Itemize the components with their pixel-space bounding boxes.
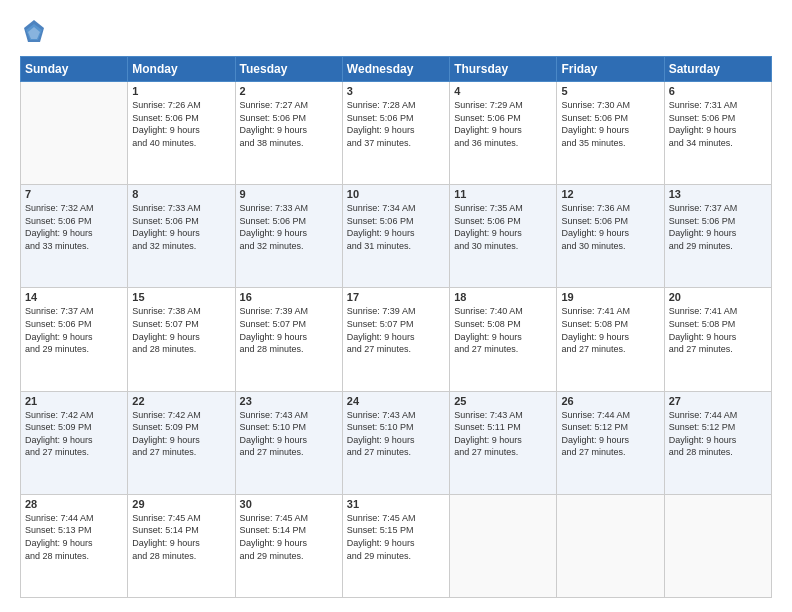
calendar-day-cell: 3Sunrise: 7:28 AM Sunset: 5:06 PM Daylig… <box>342 82 449 185</box>
calendar-day-cell: 16Sunrise: 7:39 AM Sunset: 5:07 PM Dayli… <box>235 288 342 391</box>
calendar-day-cell <box>664 494 771 597</box>
day-info: Sunrise: 7:33 AM Sunset: 5:06 PM Dayligh… <box>132 202 230 252</box>
day-info: Sunrise: 7:44 AM Sunset: 5:12 PM Dayligh… <box>669 409 767 459</box>
calendar-day-cell: 21Sunrise: 7:42 AM Sunset: 5:09 PM Dayli… <box>21 391 128 494</box>
day-number: 3 <box>347 85 445 97</box>
day-number: 10 <box>347 188 445 200</box>
calendar-col-header: Saturday <box>664 57 771 82</box>
logo-icon <box>20 18 48 46</box>
day-info: Sunrise: 7:37 AM Sunset: 5:06 PM Dayligh… <box>669 202 767 252</box>
calendar-day-cell: 25Sunrise: 7:43 AM Sunset: 5:11 PM Dayli… <box>450 391 557 494</box>
day-info: Sunrise: 7:45 AM Sunset: 5:14 PM Dayligh… <box>132 512 230 562</box>
day-number: 18 <box>454 291 552 303</box>
calendar-day-cell <box>557 494 664 597</box>
calendar-col-header: Wednesday <box>342 57 449 82</box>
day-number: 15 <box>132 291 230 303</box>
day-number: 21 <box>25 395 123 407</box>
day-info: Sunrise: 7:45 AM Sunset: 5:14 PM Dayligh… <box>240 512 338 562</box>
day-info: Sunrise: 7:30 AM Sunset: 5:06 PM Dayligh… <box>561 99 659 149</box>
calendar-day-cell: 26Sunrise: 7:44 AM Sunset: 5:12 PM Dayli… <box>557 391 664 494</box>
day-number: 29 <box>132 498 230 510</box>
day-info: Sunrise: 7:28 AM Sunset: 5:06 PM Dayligh… <box>347 99 445 149</box>
day-number: 31 <box>347 498 445 510</box>
day-number: 22 <box>132 395 230 407</box>
calendar-day-cell: 4Sunrise: 7:29 AM Sunset: 5:06 PM Daylig… <box>450 82 557 185</box>
calendar-day-cell: 6Sunrise: 7:31 AM Sunset: 5:06 PM Daylig… <box>664 82 771 185</box>
day-number: 28 <box>25 498 123 510</box>
calendar-day-cell: 10Sunrise: 7:34 AM Sunset: 5:06 PM Dayli… <box>342 185 449 288</box>
day-number: 6 <box>669 85 767 97</box>
day-info: Sunrise: 7:42 AM Sunset: 5:09 PM Dayligh… <box>132 409 230 459</box>
day-number: 17 <box>347 291 445 303</box>
day-info: Sunrise: 7:36 AM Sunset: 5:06 PM Dayligh… <box>561 202 659 252</box>
page: SundayMondayTuesdayWednesdayThursdayFrid… <box>0 0 792 612</box>
calendar-day-cell: 27Sunrise: 7:44 AM Sunset: 5:12 PM Dayli… <box>664 391 771 494</box>
day-number: 23 <box>240 395 338 407</box>
calendar-day-cell: 23Sunrise: 7:43 AM Sunset: 5:10 PM Dayli… <box>235 391 342 494</box>
calendar-day-cell: 28Sunrise: 7:44 AM Sunset: 5:13 PM Dayli… <box>21 494 128 597</box>
calendar-col-header: Friday <box>557 57 664 82</box>
day-info: Sunrise: 7:27 AM Sunset: 5:06 PM Dayligh… <box>240 99 338 149</box>
day-number: 1 <box>132 85 230 97</box>
calendar-day-cell: 30Sunrise: 7:45 AM Sunset: 5:14 PM Dayli… <box>235 494 342 597</box>
calendar-week-row: 7Sunrise: 7:32 AM Sunset: 5:06 PM Daylig… <box>21 185 772 288</box>
day-info: Sunrise: 7:35 AM Sunset: 5:06 PM Dayligh… <box>454 202 552 252</box>
day-number: 9 <box>240 188 338 200</box>
day-info: Sunrise: 7:32 AM Sunset: 5:06 PM Dayligh… <box>25 202 123 252</box>
header <box>20 18 772 46</box>
calendar-day-cell: 29Sunrise: 7:45 AM Sunset: 5:14 PM Dayli… <box>128 494 235 597</box>
day-info: Sunrise: 7:43 AM Sunset: 5:10 PM Dayligh… <box>240 409 338 459</box>
day-info: Sunrise: 7:40 AM Sunset: 5:08 PM Dayligh… <box>454 305 552 355</box>
day-info: Sunrise: 7:38 AM Sunset: 5:07 PM Dayligh… <box>132 305 230 355</box>
day-number: 2 <box>240 85 338 97</box>
calendar-day-cell: 22Sunrise: 7:42 AM Sunset: 5:09 PM Dayli… <box>128 391 235 494</box>
calendar-day-cell <box>21 82 128 185</box>
day-number: 25 <box>454 395 552 407</box>
calendar-day-cell: 20Sunrise: 7:41 AM Sunset: 5:08 PM Dayli… <box>664 288 771 391</box>
calendar-header-row: SundayMondayTuesdayWednesdayThursdayFrid… <box>21 57 772 82</box>
calendar-day-cell: 14Sunrise: 7:37 AM Sunset: 5:06 PM Dayli… <box>21 288 128 391</box>
calendar-col-header: Sunday <box>21 57 128 82</box>
calendar-table: SundayMondayTuesdayWednesdayThursdayFrid… <box>20 56 772 598</box>
day-number: 5 <box>561 85 659 97</box>
day-info: Sunrise: 7:41 AM Sunset: 5:08 PM Dayligh… <box>561 305 659 355</box>
day-number: 24 <box>347 395 445 407</box>
day-info: Sunrise: 7:33 AM Sunset: 5:06 PM Dayligh… <box>240 202 338 252</box>
calendar-col-header: Tuesday <box>235 57 342 82</box>
calendar-day-cell: 24Sunrise: 7:43 AM Sunset: 5:10 PM Dayli… <box>342 391 449 494</box>
day-info: Sunrise: 7:44 AM Sunset: 5:13 PM Dayligh… <box>25 512 123 562</box>
day-number: 11 <box>454 188 552 200</box>
day-number: 20 <box>669 291 767 303</box>
calendar-day-cell <box>450 494 557 597</box>
calendar-day-cell: 9Sunrise: 7:33 AM Sunset: 5:06 PM Daylig… <box>235 185 342 288</box>
day-info: Sunrise: 7:26 AM Sunset: 5:06 PM Dayligh… <box>132 99 230 149</box>
day-number: 26 <box>561 395 659 407</box>
calendar-day-cell: 2Sunrise: 7:27 AM Sunset: 5:06 PM Daylig… <box>235 82 342 185</box>
calendar-day-cell: 31Sunrise: 7:45 AM Sunset: 5:15 PM Dayli… <box>342 494 449 597</box>
day-info: Sunrise: 7:39 AM Sunset: 5:07 PM Dayligh… <box>240 305 338 355</box>
calendar-day-cell: 5Sunrise: 7:30 AM Sunset: 5:06 PM Daylig… <box>557 82 664 185</box>
day-info: Sunrise: 7:45 AM Sunset: 5:15 PM Dayligh… <box>347 512 445 562</box>
day-number: 14 <box>25 291 123 303</box>
day-number: 13 <box>669 188 767 200</box>
calendar-col-header: Thursday <box>450 57 557 82</box>
calendar-day-cell: 12Sunrise: 7:36 AM Sunset: 5:06 PM Dayli… <box>557 185 664 288</box>
day-info: Sunrise: 7:43 AM Sunset: 5:10 PM Dayligh… <box>347 409 445 459</box>
calendar-day-cell: 15Sunrise: 7:38 AM Sunset: 5:07 PM Dayli… <box>128 288 235 391</box>
day-info: Sunrise: 7:44 AM Sunset: 5:12 PM Dayligh… <box>561 409 659 459</box>
calendar-week-row: 1Sunrise: 7:26 AM Sunset: 5:06 PM Daylig… <box>21 82 772 185</box>
calendar-week-row: 21Sunrise: 7:42 AM Sunset: 5:09 PM Dayli… <box>21 391 772 494</box>
day-info: Sunrise: 7:34 AM Sunset: 5:06 PM Dayligh… <box>347 202 445 252</box>
calendar-day-cell: 13Sunrise: 7:37 AM Sunset: 5:06 PM Dayli… <box>664 185 771 288</box>
day-info: Sunrise: 7:39 AM Sunset: 5:07 PM Dayligh… <box>347 305 445 355</box>
logo <box>20 18 52 46</box>
day-info: Sunrise: 7:37 AM Sunset: 5:06 PM Dayligh… <box>25 305 123 355</box>
calendar-day-cell: 8Sunrise: 7:33 AM Sunset: 5:06 PM Daylig… <box>128 185 235 288</box>
day-number: 16 <box>240 291 338 303</box>
day-info: Sunrise: 7:43 AM Sunset: 5:11 PM Dayligh… <box>454 409 552 459</box>
day-number: 19 <box>561 291 659 303</box>
calendar-week-row: 14Sunrise: 7:37 AM Sunset: 5:06 PM Dayli… <box>21 288 772 391</box>
day-number: 12 <box>561 188 659 200</box>
day-number: 27 <box>669 395 767 407</box>
calendar-day-cell: 7Sunrise: 7:32 AM Sunset: 5:06 PM Daylig… <box>21 185 128 288</box>
